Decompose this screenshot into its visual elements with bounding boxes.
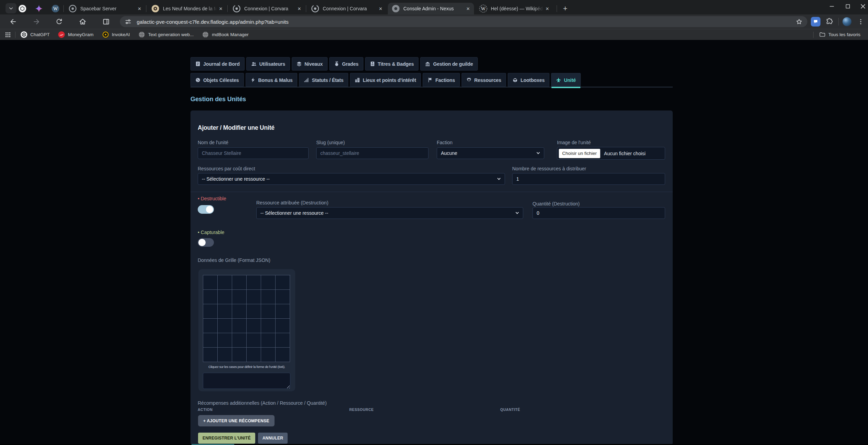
- bookmark-invokeai[interactable]: InvokeAI: [102, 31, 130, 38]
- grid-cell[interactable]: [261, 333, 276, 348]
- forward-button[interactable]: [32, 18, 41, 26]
- slug-input[interactable]: [316, 147, 428, 159]
- grid-cell[interactable]: [247, 319, 261, 333]
- grid-cell[interactable]: [232, 304, 247, 319]
- grid-cell[interactable]: [276, 290, 290, 304]
- grid-cell[interactable]: [276, 348, 290, 362]
- pinned-tab-wordpress[interactable]: W: [51, 4, 60, 13]
- tab-connexion-corvara-1[interactable]: Connexion | Corvara ✕: [229, 3, 305, 14]
- profile-avatar[interactable]: [843, 17, 851, 26]
- home-button[interactable]: [79, 18, 87, 26]
- tab-statuts-etats[interactable]: Statuts / États: [299, 73, 348, 87]
- grid-cell[interactable]: [276, 304, 290, 319]
- bookmark-mdbook-manager[interactable]: mdBook Manager: [202, 31, 249, 38]
- shape-grid[interactable]: [203, 275, 290, 362]
- grid-cell[interactable]: [218, 290, 232, 304]
- menu-kebab-icon[interactable]: [857, 18, 865, 25]
- grid-cell[interactable]: [203, 333, 218, 348]
- window-close-button[interactable]: [852, 0, 868, 12]
- tab-hel-wikipedia[interactable]: W Hel (déesse) — Wikipédia ✕: [475, 3, 553, 14]
- destruction-resource-select[interactable]: -- Sélectionner une ressource --: [256, 207, 523, 219]
- tab-unite[interactable]: Unité: [551, 73, 581, 87]
- grid-cell[interactable]: [232, 290, 247, 304]
- grid-cell[interactable]: [261, 275, 276, 290]
- new-tab-button[interactable]: +: [560, 3, 570, 14]
- capturable-toggle[interactable]: [198, 238, 214, 247]
- add-reward-button[interactable]: + AJOUTER UNE RÉCOMPENSE: [198, 415, 275, 426]
- apps-grid-icon[interactable]: [5, 32, 11, 38]
- bookmark-chatgpt[interactable]: ChatGPT: [20, 31, 50, 38]
- destructible-toggle[interactable]: [198, 205, 214, 214]
- destruction-qty-input[interactable]: [533, 207, 665, 219]
- grid-cell[interactable]: [247, 304, 261, 319]
- tab-bonus-malus[interactable]: Bonus & Malus: [246, 73, 298, 87]
- extensions-puzzle-icon[interactable]: [825, 18, 833, 26]
- cost-resource-select[interactable]: -- Sélectionner une ressource --: [198, 173, 505, 185]
- grid-cell[interactable]: [203, 348, 218, 362]
- bookmark-moneygram[interactable]: MoneyGram: [58, 31, 93, 38]
- pinned-tab-gemini[interactable]: [34, 4, 43, 13]
- grid-cell[interactable]: [218, 319, 232, 333]
- distribute-count-input[interactable]: [512, 173, 665, 185]
- tab-console-admin-nexus[interactable]: Console Admin - Nexus ✕: [388, 3, 474, 14]
- tab-close-icon[interactable]: ✕: [377, 5, 384, 12]
- tab-objets-celestes[interactable]: Objets Célestes: [190, 73, 244, 87]
- site-settings-icon[interactable]: [124, 18, 132, 25]
- pinned-tab-chatgpt[interactable]: [18, 4, 27, 13]
- back-button[interactable]: [9, 18, 17, 26]
- grid-cell[interactable]: [261, 348, 276, 362]
- grid-cell[interactable]: [203, 290, 218, 304]
- grid-cell[interactable]: [247, 333, 261, 348]
- tab-ressources[interactable]: Ressources: [462, 73, 506, 87]
- grid-cell[interactable]: [203, 275, 218, 290]
- tab-close-icon[interactable]: ✕: [464, 5, 472, 12]
- nav-utilisateurs[interactable]: Utilisateurs: [246, 57, 290, 71]
- faction-select[interactable]: Aucune: [437, 147, 544, 159]
- grid-cell[interactable]: [218, 348, 232, 362]
- grid-cell[interactable]: [218, 304, 232, 319]
- grid-cell[interactable]: [247, 348, 261, 362]
- grid-cell[interactable]: [247, 275, 261, 290]
- grid-cell[interactable]: [261, 290, 276, 304]
- grid-cell[interactable]: [232, 275, 247, 290]
- grid-cell[interactable]: [232, 333, 247, 348]
- all-bookmarks-button[interactable]: Tous les favoris: [819, 31, 860, 38]
- grid-cell[interactable]: [276, 333, 290, 348]
- tab-close-icon[interactable]: ✕: [544, 5, 551, 12]
- tab-search-button[interactable]: [6, 3, 17, 13]
- grid-cell[interactable]: [276, 275, 290, 290]
- grid-cell[interactable]: [218, 333, 232, 348]
- grid-cell[interactable]: [203, 304, 218, 319]
- save-unit-button[interactable]: ENREGISTRER L'UNITÉ: [198, 433, 255, 444]
- reload-button[interactable]: [55, 18, 63, 26]
- nav-grades[interactable]: Grades: [329, 57, 363, 71]
- tab-close-icon[interactable]: ✕: [296, 5, 303, 12]
- grid-cell[interactable]: [203, 319, 218, 333]
- extension-icon[interactable]: [811, 17, 820, 27]
- grid-cell[interactable]: [232, 348, 247, 362]
- tab-close-icon[interactable]: ✕: [217, 5, 225, 12]
- name-input[interactable]: [198, 147, 309, 159]
- grid-cell[interactable]: [261, 304, 276, 319]
- grid-cell[interactable]: [261, 319, 276, 333]
- grid-cell[interactable]: [232, 319, 247, 333]
- address-bar[interactable]: galactic-pve-conquest-c7fe.dev.flatlogic…: [120, 16, 807, 27]
- tab-les-neuf-mondes[interactable]: Les Neuf Mondes de la Mythologie ✕: [147, 3, 227, 14]
- grid-json-textarea[interactable]: [203, 373, 290, 389]
- choose-file-button[interactable]: Choisir un fichier: [559, 149, 600, 158]
- tab-lootboxes[interactable]: Lootboxes: [508, 73, 549, 87]
- grid-cell[interactable]: [247, 290, 261, 304]
- url-text[interactable]: galactic-pve-conquest-c7fe.dev.flatlogic…: [137, 19, 289, 25]
- tab-lieux-points-interet[interactable]: Lieux et points d'intérêt: [350, 73, 421, 87]
- nav-journal-de-bord[interactable]: Journal de Bord: [190, 57, 245, 71]
- tab-factions[interactable]: Factions: [423, 73, 460, 87]
- tab-spacebar-server[interactable]: Spacebar Server ✕: [65, 3, 145, 14]
- grid-cell[interactable]: [276, 319, 290, 333]
- bookmark-text-generation-webui[interactable]: Text generation web...: [138, 31, 194, 38]
- reading-mode-button[interactable]: [102, 18, 110, 26]
- cancel-button[interactable]: ANNULER: [258, 433, 288, 444]
- nav-niveaux[interactable]: Niveaux: [292, 57, 328, 71]
- nav-gestion-de-guilde[interactable]: Gestion de guilde: [420, 57, 478, 71]
- image-file-input[interactable]: Choisir un fichier Aucun fichier choisi: [557, 147, 665, 160]
- nav-titres-badges[interactable]: Titres & Badges: [365, 57, 419, 71]
